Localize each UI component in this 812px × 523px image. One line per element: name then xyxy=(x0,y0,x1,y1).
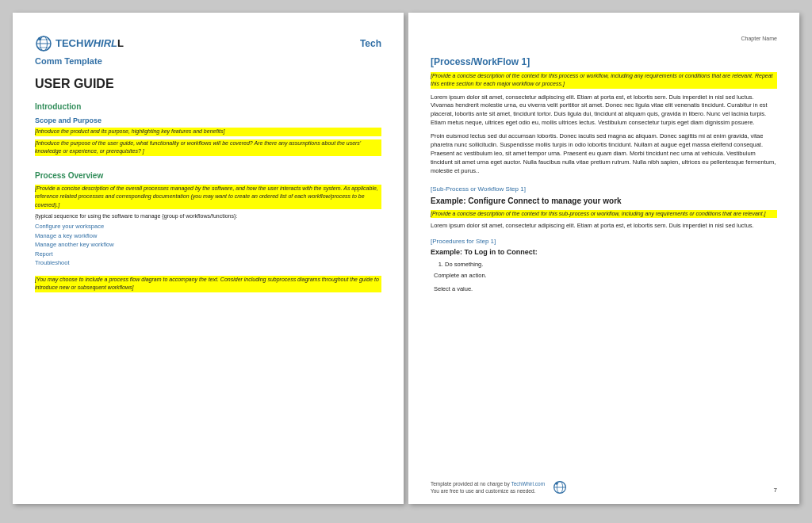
procedure-step-1: Do something. xyxy=(445,261,777,269)
user-guide-title: USER GUIDE xyxy=(35,75,381,93)
techwhirl-globe-icon xyxy=(35,35,52,52)
list-item: Report xyxy=(35,250,381,259)
footer-text: Template provided at no charge by TechWh… xyxy=(431,480,545,494)
diagram-highlight: [You may choose to include a process flo… xyxy=(35,276,381,292)
process-highlight: [Provide a concise description of the co… xyxy=(431,72,777,89)
chapter-name: Chapter Name xyxy=(431,35,777,43)
typical-sequence-text: {typical sequence for using the software… xyxy=(35,212,381,220)
footer-globe-icon xyxy=(553,480,567,494)
tech-right-label: Tech xyxy=(360,37,381,51)
lorem-paragraph-2: Proin euismod lectus sed dui accumsan lo… xyxy=(431,132,777,175)
subprocess-label: [Sub-Process or Workflow Step 1] xyxy=(431,185,777,193)
logo-area: TECHWHIRLL Tech xyxy=(35,35,381,52)
svg-point-9 xyxy=(555,482,557,484)
procedures-title: Example: To Log in to Connect: xyxy=(431,247,777,258)
subprocess-highlight: [Provide a concise description of the co… xyxy=(431,210,777,219)
left-page: TECHWHIRLL Tech Comm Template USER GUIDE… xyxy=(13,13,404,504)
page-footer: Template provided at no charge by TechWh… xyxy=(431,480,777,494)
scope-and-purpose-heading: Scope and Purpose xyxy=(35,116,381,126)
list-item: Configure your workspace xyxy=(35,223,381,231)
page-number: 7 xyxy=(774,486,777,494)
introduction-heading: Introduction xyxy=(35,101,381,113)
lorem-paragraph-1: Lorem ipsum dolor sit amet, consectetur … xyxy=(431,94,777,128)
logo-l: L xyxy=(117,37,124,49)
footer-link[interactable]: TechWhirl.com xyxy=(511,481,545,487)
right-page: Chapter Name [Process/WorkFlow 1] [Provi… xyxy=(408,13,799,504)
list-item: Manage another key workflow xyxy=(35,241,381,250)
list-item: Manage a key workflow xyxy=(35,232,381,241)
footer-logo: Template provided at no charge by TechWh… xyxy=(431,480,567,494)
footer-line-2: You are free to use and customize as nee… xyxy=(431,487,545,494)
select-value: Select a value. xyxy=(434,285,777,294)
process-list: Configure your workspace Manage a key wo… xyxy=(35,223,381,268)
list-item: Troubleshoot xyxy=(35,259,381,268)
complete-action: Complete an action. xyxy=(434,272,777,281)
procedures-label: [Procedures for Step 1] xyxy=(431,237,777,246)
process-workflow-title: [Process/WorkFlow 1] xyxy=(431,55,777,69)
comm-template-label: Comm Template xyxy=(35,55,381,67)
purpose-highlight: [Introduce the purpose of the user guide… xyxy=(35,139,381,156)
process-overview-heading: Process Overview xyxy=(35,170,381,181)
pages-container: TECHWHIRLL Tech Comm Template USER GUIDE… xyxy=(0,0,812,523)
footer-line-1: Template provided at no charge by TechWh… xyxy=(431,480,545,487)
logo-tech: TECH xyxy=(56,37,83,49)
logo-whirl: WHIRL xyxy=(83,37,117,49)
process-overview-highlight: [Provide a concise description of the ov… xyxy=(35,185,381,210)
scope-highlight: [Introduce the product and its purpose, … xyxy=(35,128,381,136)
procedures-list: Do something. xyxy=(431,261,777,269)
svg-point-5 xyxy=(38,37,41,40)
subprocess-lorem: Lorem ipsum dolor sit amet, consectetur … xyxy=(431,222,777,231)
subprocess-title: Example: Configure Connect to manage you… xyxy=(431,196,777,207)
